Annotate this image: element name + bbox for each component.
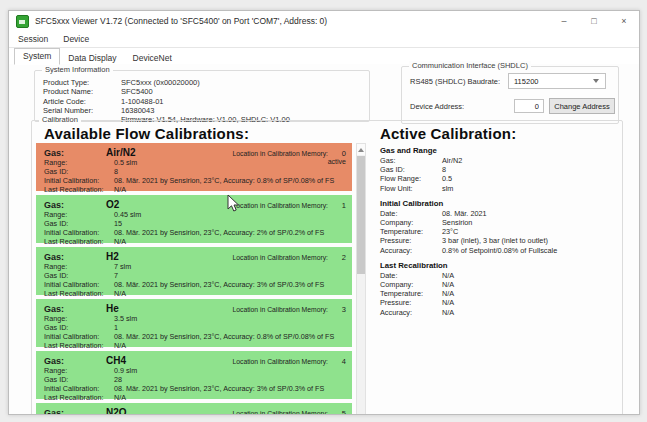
row-label: Temperature:: [380, 289, 442, 298]
initial-calibration-value: 08. Mär. 2021 by Sensirion, 23°C, Accura…: [114, 333, 334, 342]
row-label: Date:: [380, 271, 442, 280]
card-details: Range:7 slm Gas ID:7 Initial Calibration…: [36, 262, 352, 299]
gas-name: Air/N2: [106, 147, 135, 158]
location-value: 3: [328, 305, 346, 314]
calibration-card-air-n2[interactable]: Gas: Air/N2 Location in Calibration Memo…: [36, 143, 352, 191]
baudrate-select[interactable]: 115200: [508, 73, 606, 89]
change-address-button[interactable]: Change Address: [549, 98, 615, 114]
product-name-row: Product Name: SFC5400: [43, 87, 369, 96]
row-value: N/A: [442, 308, 454, 317]
card-details: Range:0.45 slm Gas ID:15 Initial Calibra…: [36, 210, 352, 247]
last-recalibration-label: Last Recalibration:: [44, 290, 114, 299]
row-value: N/A: [442, 271, 454, 280]
gas-name: CH4: [106, 355, 126, 366]
section-title: Gas and Range: [380, 145, 620, 156]
scroll-up-button[interactable]: [357, 144, 365, 155]
device-address-input[interactable]: [514, 99, 544, 113]
location-label: Location in Calibration Memory:: [232, 202, 328, 209]
menu-session[interactable]: Session: [18, 34, 48, 44]
scrollbar-thumb[interactable]: [357, 156, 365, 274]
location-value: 4: [328, 357, 346, 366]
product-type-row: Product Type: SFC5xxx (0x00020000): [43, 78, 369, 87]
row-value: 3 bar (inlet), 3 bar (inlet to outlet): [442, 236, 548, 245]
calibration-card-h2[interactable]: Gas: H2 Location in Calibration Memory: …: [36, 247, 352, 295]
calibration-card-ch4[interactable]: Gas: CH4 Location in Calibration Memory:…: [36, 351, 352, 399]
gas-name: H2: [106, 251, 119, 262]
system-tab-page: System Information Product Type: SFC5xxx…: [9, 64, 639, 414]
initial-calibration-value: 08. Mär. 2021 by Sensirion, 23°C, Accura…: [114, 281, 324, 290]
app-window: SFC5xxx Viewer V1.72 (Connected to 'SFC5…: [8, 10, 640, 415]
product-type-value: SFC5xxx (0x00020000): [121, 78, 200, 87]
row-value: slm: [442, 184, 453, 193]
system-information-rows: Product Type: SFC5xxx (0x00020000) Produ…: [35, 71, 369, 124]
gas-label: Gas:: [44, 148, 106, 158]
location-label: Location in Calibration Memory:: [232, 358, 328, 365]
product-name-label: Product Name:: [43, 87, 121, 96]
last-recalibration-label: Last Recalibration:: [44, 394, 114, 403]
row-label: Date:: [380, 209, 442, 218]
last-recalibration-label: Last Recalibration:: [44, 186, 114, 195]
baudrate-value: 115200: [509, 77, 593, 86]
communication-interface-group: Communication Interface (SHDLC) RS485 (S…: [401, 66, 619, 124]
row-value: 0.5: [442, 174, 452, 183]
gas-name: O2: [106, 199, 119, 210]
row-label: Pressure:: [380, 236, 442, 245]
gas-and-range-section: Gas and Range Gas:Air/N2 Gas ID:8 Flow R…: [380, 145, 620, 193]
calibration-card-o2[interactable]: Gas: O2 Location in Calibration Memory: …: [36, 195, 352, 243]
card-header: Gas: N2O Location in Calibration Memory:…: [36, 406, 352, 415]
row-value: Sensirion: [442, 218, 472, 227]
menu-bar: Session Device: [9, 31, 639, 48]
close-icon[interactable]: ×: [609, 11, 639, 31]
last-recalibration-value: N/A: [114, 290, 126, 299]
gas-label: Gas:: [44, 304, 106, 314]
window-title: SFC5xxx Viewer V1.72 (Connected to 'SFC5…: [35, 16, 327, 26]
chevron-down-icon: [593, 78, 600, 85]
row-label: Gas:: [380, 156, 442, 165]
gas-label: Gas:: [44, 200, 106, 210]
card-details: Range:0.9 slm Gas ID:28 Initial Calibrat…: [36, 366, 352, 403]
tab-data-display[interactable]: Data Display: [60, 51, 124, 65]
serial-number-row: Serial Number: 16380043: [43, 106, 369, 115]
gas-name: He: [106, 303, 119, 314]
row-label: Flow Range:: [380, 174, 442, 183]
last-recalibration-value: N/A: [114, 186, 126, 195]
available-calibrations-heading: Available Flow Calibrations:: [44, 125, 249, 142]
row-value: 0.8% of Setpoint/0.08% of Fullscale: [442, 246, 557, 255]
title-bar: SFC5xxx Viewer V1.72 (Connected to 'SFC5…: [9, 11, 639, 31]
gas-label: Gas:: [44, 252, 106, 262]
section-title: Last Recalibration: [380, 260, 620, 271]
maximize-icon[interactable]: □: [579, 11, 609, 31]
location-label: Location in Calibration Memory:: [232, 306, 328, 313]
product-type-label: Product Type:: [43, 78, 121, 87]
active-calibration-heading: Active Calibration:: [380, 125, 516, 142]
gas-name: N2O: [106, 407, 127, 415]
calibration-list-scrollbar[interactable]: [356, 143, 366, 415]
row-value: N/A: [442, 280, 454, 289]
card-header: Gas: CH4 Location in Calibration Memory:…: [36, 354, 352, 366]
last-recalibration-label: Last Recalibration:: [44, 238, 114, 247]
row-value: Air/N2: [442, 156, 462, 165]
calibration-card-he[interactable]: Gas: He Location in Calibration Memory: …: [36, 299, 352, 347]
calibration-legend: Calibration: [39, 115, 81, 125]
card-header: Gas: He Location in Calibration Memory: …: [36, 302, 352, 314]
window-controls: – □ ×: [549, 11, 639, 31]
minimize-icon[interactable]: –: [549, 11, 579, 31]
card-header: Gas: Air/N2 Location in Calibration Memo…: [36, 146, 352, 158]
article-code-value: 1-100488-01: [121, 97, 164, 106]
location-value: 0: [328, 149, 346, 158]
menu-device[interactable]: Device: [63, 34, 89, 44]
tab-devicenet[interactable]: DeviceNet: [125, 51, 180, 65]
location-label: Location in Calibration Memory:: [232, 410, 328, 415]
arrow-up-icon: [358, 148, 364, 152]
row-label: Company:: [380, 280, 442, 289]
last-recalibration-value: N/A: [114, 238, 126, 247]
tab-system[interactable]: System: [14, 48, 60, 65]
row-label: Temperature:: [380, 227, 442, 236]
section-title: Initial Calibration: [380, 198, 620, 209]
location-value: 5: [328, 409, 346, 415]
calibration-list: Gas: Air/N2 Location in Calibration Memo…: [36, 143, 352, 415]
row-value: N/A: [442, 289, 454, 298]
last-recalibration-section: Last Recalibration Date:N/A Company:N/A …: [380, 260, 620, 317]
calibration-card-n2o[interactable]: Gas: N2O Location in Calibration Memory:…: [36, 403, 352, 415]
system-information-legend: System Information: [42, 65, 113, 75]
